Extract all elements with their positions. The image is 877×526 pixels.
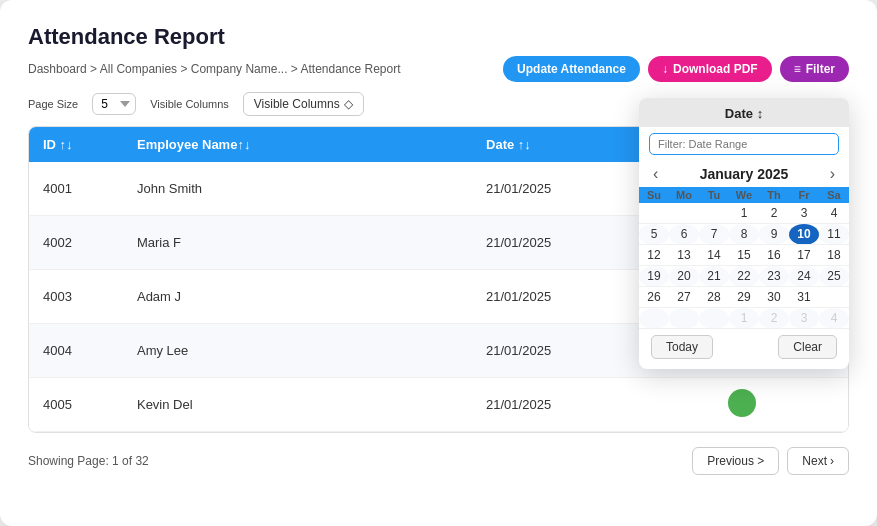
breadcrumb: Dashboard > All Companies > Company Name… xyxy=(28,62,401,76)
calendar-day-header: We xyxy=(729,187,759,203)
header-row: Dashboard > All Companies > Company Name… xyxy=(28,56,849,82)
showing-page-text: Showing Page: 1 of 32 xyxy=(28,454,149,468)
calendar-day[interactable]: 15 xyxy=(729,245,759,266)
cell-name: Maria F xyxy=(123,216,472,270)
download-pdf-button[interactable]: ↓ Download PDF xyxy=(648,56,772,82)
chevron-icon: ◇ xyxy=(344,97,353,111)
cell-id: 4002 xyxy=(29,216,123,270)
page-size-select[interactable]: 5 10 25 50 xyxy=(92,93,136,115)
cell-date: 21/01/2025 xyxy=(472,378,714,432)
visible-columns-label: Visible Columns xyxy=(150,98,229,110)
cell-id: 4003 xyxy=(29,270,123,324)
cell-id: 4005 xyxy=(29,378,123,432)
calendar-footer: Today Clear xyxy=(639,329,849,359)
calendar-day[interactable]: 12 xyxy=(639,245,669,266)
clear-button[interactable]: Clear xyxy=(778,335,837,359)
calendar-day[interactable]: 26 xyxy=(639,287,669,308)
filter-icon: ≡ xyxy=(794,62,801,76)
calendar-day[interactable]: 13 xyxy=(669,245,699,266)
calendar-day[interactable]: 20 xyxy=(669,266,699,287)
calendar-nav: ‹ January 2025 › xyxy=(639,161,849,187)
cell-id: 4001 xyxy=(29,162,123,216)
calendar-day[interactable]: 30 xyxy=(759,287,789,308)
calendar-day[interactable]: 27 xyxy=(669,287,699,308)
calendar-next-button[interactable]: › xyxy=(826,165,839,183)
calendar-day[interactable]: 28 xyxy=(699,287,729,308)
page-size-label: Page Size xyxy=(28,98,78,110)
calendar-day[interactable]: 1 xyxy=(729,308,759,329)
page-title: Attendance Report xyxy=(28,24,849,50)
today-button[interactable]: Today xyxy=(651,335,713,359)
footer-row: Showing Page: 1 of 32 Previous > Next › xyxy=(28,447,849,475)
next-button[interactable]: Next › xyxy=(787,447,849,475)
calendar-day[interactable]: 11 xyxy=(819,224,849,245)
visible-columns-button[interactable]: Visible Columns ◇ xyxy=(243,92,364,116)
calendar-day[interactable]: 29 xyxy=(729,287,759,308)
calendar-day[interactable]: 21 xyxy=(699,266,729,287)
cell-name: John Smith xyxy=(123,162,472,216)
calendar-month-label: January 2025 xyxy=(700,166,789,182)
status-badge xyxy=(728,389,756,417)
calendar-grid: SuMoTuWeThFrSa 1234567891011121314151617… xyxy=(639,187,849,329)
calendar-day[interactable]: 4 xyxy=(819,203,849,224)
calendar-day[interactable]: 4 xyxy=(819,308,849,329)
cell-name: Kevin Del xyxy=(123,378,472,432)
cell-name: Adam J xyxy=(123,270,472,324)
calendar-day[interactable]: 23 xyxy=(759,266,789,287)
calendar-day xyxy=(699,203,729,224)
calendar-day[interactable]: 17 xyxy=(789,245,819,266)
calendar-day[interactable]: 18 xyxy=(819,245,849,266)
main-window: Attendance Report Dashboard > All Compan… xyxy=(0,0,877,526)
cell-name: Amy Lee xyxy=(123,324,472,378)
calendar-day[interactable]: 10 xyxy=(789,224,819,245)
calendar-day[interactable]: 19 xyxy=(639,266,669,287)
calendar-day xyxy=(819,287,849,308)
calendar-day[interactable]: 6 xyxy=(669,224,699,245)
date-filter-label: Date ↕ xyxy=(725,106,763,121)
calendar-day[interactable]: 3 xyxy=(789,203,819,224)
update-attendance-button[interactable]: Update Attendance xyxy=(503,56,640,82)
calendar-prev-button[interactable]: ‹ xyxy=(649,165,662,183)
download-icon: ↓ xyxy=(662,62,668,76)
date-filter-header: Date ↕ xyxy=(639,98,849,127)
calendar-day-header: Mo xyxy=(669,187,699,203)
calendar-day[interactable]: 9 xyxy=(759,224,789,245)
calendar-day[interactable]: 2 xyxy=(759,203,789,224)
chevron-right-icon: › xyxy=(830,454,834,468)
header-actions: Update Attendance ↓ Download PDF ≡ Filte… xyxy=(503,56,849,82)
filter-button[interactable]: ≡ Filter xyxy=(780,56,849,82)
calendar-day[interactable]: 14 xyxy=(699,245,729,266)
calendar-day xyxy=(669,203,699,224)
calendar-day[interactable]: 8 xyxy=(729,224,759,245)
calendar-day-header: Fr xyxy=(789,187,819,203)
calendar-day xyxy=(639,308,669,329)
calendar-popup: Date ↕ ‹ January 2025 › SuMoTuWeThFrSa 1… xyxy=(639,98,849,369)
calendar-day-header: Tu xyxy=(699,187,729,203)
calendar-day[interactable]: 1 xyxy=(729,203,759,224)
cell-id: 4004 xyxy=(29,324,123,378)
calendar-day[interactable]: 2 xyxy=(759,308,789,329)
calendar-day-header: Sa xyxy=(819,187,849,203)
table-row: 4005 Kevin Del 21/01/2025 xyxy=(29,378,848,432)
calendar-day[interactable]: 24 xyxy=(789,266,819,287)
previous-button[interactable]: Previous > xyxy=(692,447,779,475)
calendar-day xyxy=(669,308,699,329)
calendar-day xyxy=(699,308,729,329)
calendar-day[interactable]: 7 xyxy=(699,224,729,245)
col-header-name[interactable]: Employee Name↑↓ xyxy=(123,127,472,162)
calendar-day[interactable]: 25 xyxy=(819,266,849,287)
cell-status xyxy=(714,378,848,432)
calendar-day xyxy=(639,203,669,224)
calendar-day[interactable]: 3 xyxy=(789,308,819,329)
calendar-day[interactable]: 5 xyxy=(639,224,669,245)
calendar-day[interactable]: 16 xyxy=(759,245,789,266)
calendar-day[interactable]: 22 xyxy=(729,266,759,287)
date-range-input[interactable] xyxy=(649,133,839,155)
pagination: Previous > Next › xyxy=(692,447,849,475)
calendar-day-header: Su xyxy=(639,187,669,203)
calendar-day-header: Th xyxy=(759,187,789,203)
calendar-day[interactable]: 31 xyxy=(789,287,819,308)
col-header-id[interactable]: ID ↑↓ xyxy=(29,127,123,162)
